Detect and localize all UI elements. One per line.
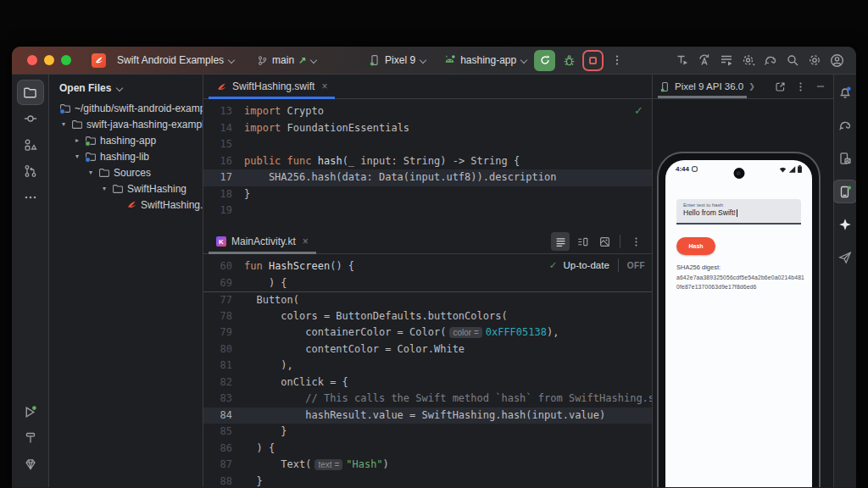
- line-number[interactable]: 78: [203, 308, 244, 325]
- run-configuration-selector[interactable]: hashing-app: [439, 50, 531, 70]
- editor-more-menu[interactable]: [626, 232, 645, 251]
- settings-button[interactable]: [804, 49, 826, 71]
- code-line[interactable]: 85 }: [203, 424, 652, 441]
- line-number[interactable]: 18: [203, 186, 244, 203]
- project-view-header[interactable]: Open Files: [49, 75, 203, 100]
- more-tools-button[interactable]: [18, 186, 43, 209]
- tab-mainactivity[interactable]: K MainActivity.kt ×: [209, 230, 316, 253]
- debug-button[interactable]: [558, 49, 580, 71]
- search-button[interactable]: [782, 49, 804, 71]
- inspection-ok-icon[interactable]: ✓: [634, 104, 643, 117]
- split-view-button[interactable]: [573, 232, 592, 251]
- code-line[interactable]: 86 ) {: [203, 441, 652, 458]
- run-configurations-button[interactable]: [715, 49, 737, 71]
- line-number[interactable]: 79: [203, 324, 244, 341]
- tree-item[interactable]: SwiftHashing.swift: [49, 197, 203, 213]
- line-number[interactable]: 60: [203, 258, 244, 275]
- code-line[interactable]: 80 contentColor = Color.White: [203, 341, 652, 358]
- emulator-screen[interactable]: 4:44 Enter text to hash Hello fro: [665, 160, 812, 487]
- chevron-right-icon[interactable]: ▸: [71, 136, 83, 144]
- app-insights-button[interactable]: [834, 247, 856, 269]
- tree-item[interactable]: ▸hashing-app: [49, 132, 203, 148]
- chevron-right-icon[interactable]: ❯: [748, 82, 755, 91]
- kotlin-editor[interactable]: ✓ Up-to-date OFF 60fun HashScreen() {69 …: [203, 254, 652, 487]
- stop-button[interactable]: [582, 50, 604, 71]
- fullscreen-button[interactable]: [61, 55, 71, 65]
- line-number[interactable]: 15: [203, 136, 244, 153]
- code-line[interactable]: 78 colors = ButtonDefaults.buttonColors(: [203, 308, 652, 325]
- open-in-window-button[interactable]: [771, 77, 789, 96]
- tab-swifthashing[interactable]: SwiftHashing.swift ×: [209, 75, 335, 98]
- line-number[interactable]: 83: [203, 391, 244, 408]
- run-more-menu[interactable]: [606, 49, 628, 71]
- hide-panel-button[interactable]: [811, 77, 830, 96]
- gradle-sync-button[interactable]: [760, 49, 782, 71]
- commit-tool-button[interactable]: [18, 107, 43, 130]
- profile-button[interactable]: [826, 49, 848, 71]
- code-line[interactable]: 69 ) {: [203, 275, 652, 292]
- line-number[interactable]: 80: [203, 341, 244, 358]
- notifications-button[interactable]: [834, 81, 856, 103]
- code-line[interactable]: 16public func hash(_ input: String) -> S…: [203, 153, 652, 170]
- running-devices-button[interactable]: [834, 180, 856, 202]
- chevron-down-icon[interactable]: ▾: [71, 152, 83, 160]
- device-selector[interactable]: Pixel 9: [364, 50, 431, 70]
- design-view-button[interactable]: [595, 232, 614, 251]
- minimize-button[interactable]: [44, 55, 54, 65]
- gemini-button[interactable]: [834, 214, 856, 236]
- swift-editor[interactable]: ✓ 13import Crypto14import FoundationEsse…: [203, 99, 652, 230]
- layout-inspector-button[interactable]: [834, 147, 856, 169]
- device-streaming-button[interactable]: [671, 49, 693, 71]
- line-number[interactable]: 85: [203, 424, 244, 441]
- line-number[interactable]: 17: [203, 169, 244, 186]
- line-number[interactable]: 16: [203, 153, 244, 170]
- line-number[interactable]: 77: [203, 292, 244, 308]
- ai-rename-button[interactable]: [693, 49, 715, 71]
- code-line[interactable]: 14import FoundationEssentials: [203, 120, 652, 137]
- code-line[interactable]: 17 SHA256.hash(data: Data(input.utf8)).d…: [203, 169, 652, 186]
- run-tool-button[interactable]: [18, 400, 43, 424]
- line-number[interactable]: 88: [203, 474, 244, 488]
- project-selector[interactable]: Swift Android Examples: [113, 50, 239, 70]
- line-number[interactable]: 82: [203, 374, 244, 391]
- line-number[interactable]: 87: [203, 457, 244, 474]
- code-line[interactable]: 83 // This calls the Swift method `hash`…: [203, 391, 652, 408]
- code-line[interactable]: 84 hashResult.value = SwiftHashing.hash(…: [203, 408, 652, 424]
- code-view-button[interactable]: [551, 232, 570, 251]
- chevron-down-icon[interactable]: ▾: [98, 185, 110, 192]
- profiler-button[interactable]: [737, 49, 760, 71]
- gradle-button[interactable]: [834, 114, 856, 136]
- rerun-button[interactable]: [534, 50, 555, 71]
- live-edit-toggle[interactable]: OFF: [627, 261, 645, 270]
- code-line[interactable]: 88 }: [203, 474, 652, 488]
- project-tool-button[interactable]: [18, 80, 43, 104]
- device-tab[interactable]: Pixel 9 API 36.0: [659, 75, 747, 98]
- tree-item[interactable]: ▾hashing-lib: [49, 148, 203, 164]
- code-line[interactable]: 87 Text(text ="Hash"): [203, 457, 652, 474]
- code-line[interactable]: 13import Crypto: [203, 103, 652, 120]
- line-number[interactable]: 86: [203, 441, 244, 458]
- device-more-menu[interactable]: [791, 77, 810, 96]
- vcs-branch-selector[interactable]: main ↗: [253, 50, 321, 70]
- hash-button[interactable]: Hash: [676, 237, 715, 255]
- code-line[interactable]: 15: [203, 136, 652, 153]
- code-line[interactable]: 18}: [203, 186, 652, 203]
- chevron-down-icon[interactable]: ▾: [58, 120, 70, 128]
- code-line[interactable]: 77 Button(: [203, 291, 652, 308]
- close-tab-icon[interactable]: ×: [303, 236, 309, 247]
- line-number[interactable]: 84: [203, 408, 244, 424]
- tree-item[interactable]: ▾swift-java-hashing-example: [49, 116, 203, 132]
- code-line[interactable]: 81 ),: [203, 358, 652, 374]
- tree-item[interactable]: ▾SwiftHashing: [49, 180, 203, 197]
- line-number[interactable]: 81: [203, 358, 244, 374]
- dependencies-tool-button[interactable]: [18, 452, 43, 476]
- chevron-down-icon[interactable]: ▾: [85, 169, 97, 176]
- line-number[interactable]: 19: [203, 202, 244, 219]
- structure-tool-button[interactable]: [18, 133, 43, 157]
- code-line[interactable]: 19: [203, 202, 652, 219]
- tree-item[interactable]: ▾Sources: [49, 164, 203, 180]
- line-number[interactable]: 13: [203, 103, 244, 120]
- hash-input-field[interactable]: Enter text to hash Hello from Swift!: [676, 199, 801, 225]
- tree-item[interactable]: ~/github/swift-android-examples: [49, 100, 203, 116]
- close-tab-icon[interactable]: ×: [321, 80, 327, 92]
